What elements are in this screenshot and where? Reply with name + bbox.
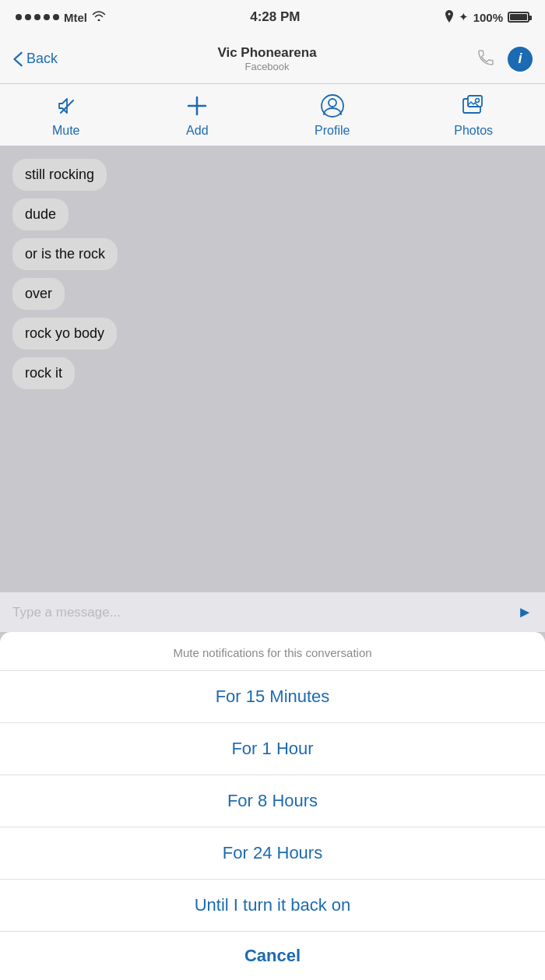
bluetooth-icon: ✦ xyxy=(459,10,469,24)
list-item: rock yo body xyxy=(12,318,117,349)
status-right: ✦ 100% xyxy=(445,10,529,25)
location-icon xyxy=(445,10,454,25)
back-button[interactable]: Back xyxy=(12,51,58,67)
list-item: still rocking xyxy=(12,159,107,191)
cancel-button[interactable]: Cancel xyxy=(0,931,545,980)
modal-area: Type a message... ► Mute notifications f… xyxy=(0,592,545,980)
add-label: Add xyxy=(186,124,208,138)
add-button[interactable]: Add xyxy=(184,93,210,138)
nav-actions: i xyxy=(476,47,533,72)
mute-15-minutes[interactable]: For 15 Minutes xyxy=(0,671,545,723)
list-item: rock it xyxy=(12,357,75,389)
signal-dots xyxy=(16,14,59,20)
nav-title: Vic Phonearena Facebook xyxy=(217,45,316,72)
list-item: or is the rock xyxy=(12,238,118,270)
nav-bar: Back Vic Phonearena Facebook i xyxy=(0,34,545,84)
status-bar: Mtel 4:28 PM ✦ 100% xyxy=(0,0,545,34)
carrier-label: Mtel xyxy=(64,11,87,24)
action-sheet: Mute notifications for this conversation… xyxy=(0,632,545,931)
photos-button[interactable]: Photos xyxy=(454,93,493,138)
mute-8-hours[interactable]: For 8 Hours xyxy=(0,775,545,827)
chat-area: still rocking dude or is the rock over r… xyxy=(0,146,545,481)
status-time: 4:28 PM xyxy=(250,9,300,25)
wifi-icon xyxy=(92,10,106,24)
mute-label: Mute xyxy=(52,124,80,138)
battery-percentage: 100% xyxy=(473,11,503,24)
mute-1-hour[interactable]: For 1 Hour xyxy=(0,723,545,775)
call-button[interactable] xyxy=(476,48,495,70)
contact-platform: Facebook xyxy=(217,61,316,72)
profile-label: Profile xyxy=(315,124,350,138)
message-input-placeholder[interactable]: Type a message... xyxy=(12,605,517,620)
send-icon[interactable]: ► xyxy=(517,603,533,621)
status-left: Mtel xyxy=(16,10,106,24)
list-item: dude xyxy=(12,198,69,230)
toolbar: Mute Add Profile Photos xyxy=(0,84,545,146)
contact-name: Vic Phonearena xyxy=(217,45,316,61)
mute-button[interactable]: Mute xyxy=(52,93,80,138)
mute-24-hours[interactable]: For 24 Hours xyxy=(0,827,545,880)
battery-icon xyxy=(508,12,529,23)
photos-label: Photos xyxy=(454,124,493,138)
back-label: Back xyxy=(26,51,58,67)
action-sheet-title: Mute notifications for this conversation xyxy=(0,632,545,671)
info-button[interactable]: i xyxy=(508,47,533,72)
type-bar: Type a message... ► xyxy=(0,592,545,632)
profile-button[interactable]: Profile xyxy=(315,93,350,138)
list-item: over xyxy=(12,278,65,310)
mute-until-manual[interactable]: Until I turn it back on xyxy=(0,880,545,931)
svg-point-4 xyxy=(329,99,336,107)
